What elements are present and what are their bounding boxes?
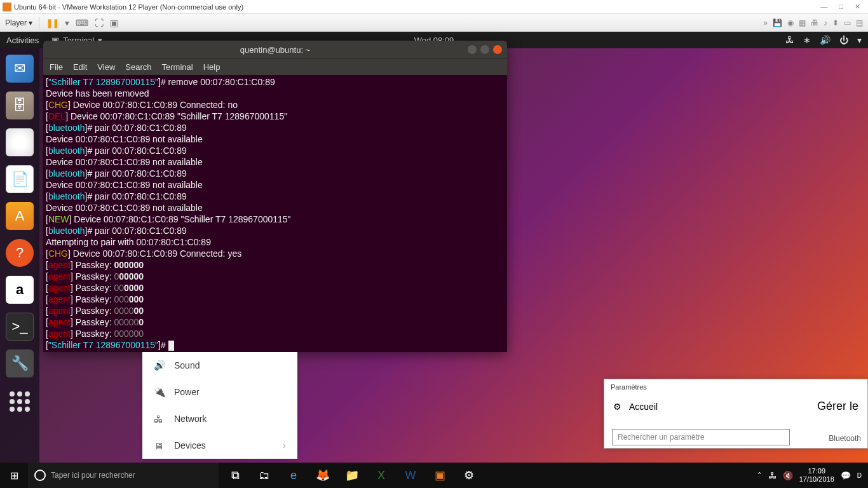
disk-icon[interactable]: 💾 bbox=[773, 18, 782, 27]
arrow-icon[interactable]: » bbox=[763, 18, 768, 27]
cd-icon[interactable]: ◉ bbox=[787, 18, 794, 27]
excel-taskbar-icon[interactable]: X bbox=[367, 463, 395, 488]
device-status: Not Set Up bbox=[678, 151, 721, 161]
vmware-icon bbox=[3, 3, 11, 11]
minimize-button[interactable] bbox=[723, 50, 732, 58]
net-icon[interactable]: ▦ bbox=[799, 18, 806, 27]
terminal-dock-icon[interactable]: >_ bbox=[6, 313, 34, 341]
menu-item-network[interactable]: 🖧Network bbox=[142, 405, 297, 432]
system-indicators[interactable]: 🖧 ∗ 🔊 ⏻ ▾ bbox=[785, 35, 862, 45]
start-button[interactable]: ⊞ bbox=[0, 463, 28, 488]
card-icon[interactable]: ▭ bbox=[844, 18, 851, 27]
show-apps-icon[interactable] bbox=[7, 389, 32, 414]
fullscreen-icon[interactable]: ⛶ bbox=[95, 18, 104, 28]
search-placeholder: Rechercher un paramètre bbox=[618, 433, 705, 442]
menu-item-power[interactable]: 🔌Power bbox=[142, 379, 297, 405]
power-icon[interactable]: ⏻ bbox=[839, 35, 848, 45]
menu-label: Network bbox=[174, 414, 207, 424]
ubuntu-dock: ✉ 🗄 ◉ 📄 A ? a >_ 🔧 bbox=[0, 48, 39, 463]
vmware-toolbar: Player ▾ ❚❚ ▾ ⌨ ⛶ ▣ » 💾 ◉ ▦ 🖶 ♪ ⬍ ▭ ▤ bbox=[0, 14, 868, 32]
menu-file[interactable]: File bbox=[50, 62, 63, 72]
settings-search-input[interactable]: Rechercher un paramètre bbox=[612, 429, 790, 445]
home-label: Accueil bbox=[629, 402, 658, 412]
home-item[interactable]: ⚙ Accueil bbox=[613, 402, 658, 412]
menu-item-sound[interactable]: 🔊Sound bbox=[142, 352, 297, 379]
sound-icon[interactable]: ♪ bbox=[824, 18, 827, 27]
thunderbird-icon[interactable]: ✉ bbox=[6, 55, 34, 83]
maximize-button[interactable] bbox=[736, 50, 745, 58]
cortana-search[interactable]: Taper ici pour rechercher bbox=[28, 463, 219, 488]
settings-taskbar-icon[interactable]: ⚙ bbox=[455, 463, 483, 488]
close-button[interactable]: ✕ bbox=[855, 3, 860, 11]
settings-dock-icon[interactable]: 🔧 bbox=[6, 349, 34, 377]
bluetooth-label: Bluetooth bbox=[829, 434, 861, 443]
menu-search[interactable]: Search bbox=[125, 62, 151, 72]
word-taskbar-icon[interactable]: W bbox=[397, 463, 424, 488]
volume-icon[interactable]: 🔊 bbox=[820, 35, 831, 45]
firefox-taskbar-icon[interactable]: 🦊 bbox=[309, 463, 337, 488]
folder-taskbar-icon[interactable]: 📁 bbox=[338, 463, 366, 488]
usb-icon[interactable]: ⬍ bbox=[832, 18, 839, 27]
menu-view[interactable]: View bbox=[97, 62, 115, 72]
help-icon[interactable]: ? bbox=[6, 239, 34, 267]
lang-icon[interactable]: D bbox=[857, 472, 862, 479]
libreoffice-writer-icon[interactable]: 📄 bbox=[6, 165, 34, 193]
sound-icon: 🔊 bbox=[154, 360, 164, 371]
terminal-menubar: File Edit View Search Terminal Help bbox=[43, 58, 507, 75]
windows-taskbar: ⊞ Taper ici pour rechercher ⧉ 🗂 e 🦊 📁 X … bbox=[0, 463, 868, 488]
tray-volume-icon[interactable]: 🔇 bbox=[783, 471, 793, 480]
vmware-window-controls: — □ ✕ bbox=[820, 3, 865, 11]
menu-label: Devices bbox=[174, 440, 206, 451]
notifications-icon[interactable]: 💬 bbox=[841, 471, 851, 480]
send-key-icon[interactable]: ⌨ bbox=[76, 18, 88, 28]
terminal-body[interactable]: ["Schiller T7 128967000115"]# remove 00:… bbox=[43, 75, 507, 352]
ubuntu-desktop: Activities ▣ Terminal ▾ Wed 08:09 🖧 ∗ 🔊 … bbox=[0, 32, 868, 463]
terminal-title: quentin@ubuntu: ~ bbox=[240, 45, 310, 55]
cortana-placeholder: Taper ici pour rechercher bbox=[51, 471, 135, 480]
windows-settings-panel: Paramètres ⚙ Accueil Gérer le Rechercher… bbox=[604, 379, 868, 449]
rhythmbox-icon[interactable]: ◉ bbox=[6, 128, 34, 156]
network-icon: 🖧 bbox=[154, 414, 164, 424]
menu-label: Power bbox=[174, 387, 200, 397]
toolbar-icon[interactable]: ▾ bbox=[65, 18, 69, 28]
close-button[interactable] bbox=[493, 45, 502, 54]
menu-help[interactable]: Help bbox=[203, 62, 220, 72]
amazon-icon[interactable]: a bbox=[6, 276, 34, 304]
minimize-button[interactable]: — bbox=[820, 3, 827, 11]
tray-up-icon[interactable]: ˄ bbox=[757, 471, 762, 480]
print-icon[interactable]: 🖶 bbox=[811, 18, 818, 27]
tray-clock[interactable]: 17:09 17/10/2018 bbox=[799, 467, 834, 484]
player-menu[interactable]: Player ▾ bbox=[5, 18, 32, 27]
explorer-taskbar-icon[interactable]: 🗂 bbox=[250, 463, 278, 488]
toggle-knob bbox=[698, 47, 715, 61]
software-center-icon[interactable]: A bbox=[6, 202, 34, 230]
chevron-down-icon[interactable]: ▾ bbox=[857, 35, 862, 45]
task-view-icon[interactable]: ⧉ bbox=[221, 463, 249, 488]
menu-terminal[interactable]: Terminal bbox=[162, 62, 193, 72]
files-icon[interactable]: 🗄 bbox=[6, 92, 34, 119]
pause-icon[interactable]: ❚❚ bbox=[46, 18, 58, 28]
note-icon[interactable]: ▤ bbox=[856, 18, 863, 27]
minimize-button[interactable] bbox=[468, 45, 477, 54]
vmware-titlebar: Ubuntu 64-bit - VMware Workstation 12 Pl… bbox=[0, 0, 868, 14]
cortana-icon bbox=[34, 470, 46, 481]
menu-label: Sound bbox=[174, 360, 200, 370]
bt-window-controls bbox=[723, 50, 757, 58]
panel-body: ⚙ Accueil Gérer le bbox=[604, 395, 867, 418]
bluetooth-icon[interactable]: ∗ bbox=[803, 35, 811, 45]
maximize-button[interactable] bbox=[480, 45, 489, 54]
manage-heading: Gérer le bbox=[817, 400, 858, 413]
terminal-titlebar[interactable]: quentin@ubuntu: ~ bbox=[43, 41, 507, 58]
menu-edit[interactable]: Edit bbox=[73, 62, 87, 72]
maximize-button[interactable]: □ bbox=[839, 3, 843, 11]
network-icon[interactable]: 🖧 bbox=[785, 35, 794, 45]
edge-taskbar-icon[interactable]: e bbox=[280, 463, 308, 488]
vmware-taskbar-icon[interactable]: ▣ bbox=[426, 463, 454, 488]
unity-icon[interactable]: ▣ bbox=[110, 18, 118, 28]
activities-button[interactable]: Activities bbox=[6, 36, 39, 45]
tray-network-icon[interactable]: 🖧 bbox=[768, 471, 776, 480]
close-button[interactable] bbox=[749, 50, 757, 58]
gear-icon: ⚙ bbox=[613, 402, 621, 412]
menu-item-devices[interactable]: 🖥Devices› bbox=[142, 432, 297, 459]
terminal-window-controls bbox=[468, 45, 502, 54]
